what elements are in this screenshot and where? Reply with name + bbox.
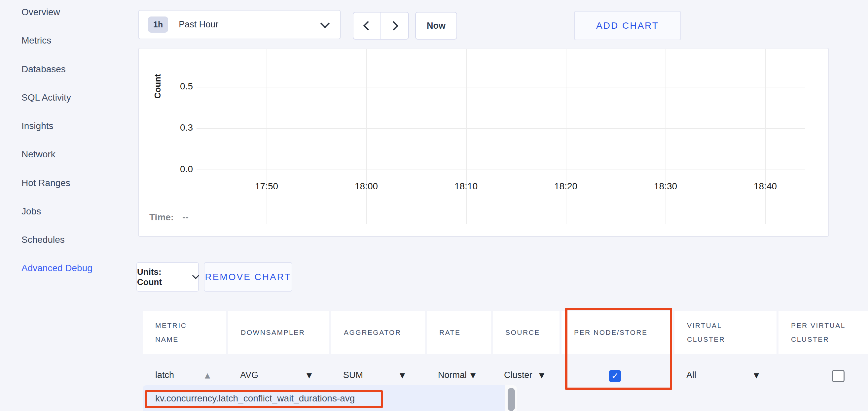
sidebar-item-hot-ranges[interactable]: Hot Ranges — [22, 176, 70, 190]
time-range-selector[interactable]: 1h Past Hour — [138, 10, 341, 39]
sidebar-item-databases[interactable]: Databases — [22, 63, 66, 76]
column-header-virtual-cluster: VIRTUAL CLUSTER — [675, 311, 776, 354]
per-virtual-cluster-checkbox[interactable] — [832, 370, 844, 382]
sidebar-item-advanced-debug[interactable]: Advanced Debug — [22, 262, 92, 275]
per-node-store-checkbox[interactable]: ✓ — [609, 370, 621, 382]
virtual-cluster-select[interactable]: All — [686, 370, 696, 380]
caret-down-icon[interactable]: ▼ — [539, 371, 544, 379]
units-dropdown-label: Units: Count — [137, 267, 188, 287]
sidebar-item-metrics[interactable]: Metrics — [22, 34, 51, 47]
y-tick-label: 0.0 — [165, 164, 193, 174]
caret-up-icon[interactable]: ▲ — [205, 371, 210, 379]
sidebar-item-insights[interactable]: Insights — [22, 119, 54, 133]
x-tick-label: 18:20 — [542, 181, 589, 192]
y-tick-label: 0.5 — [165, 81, 193, 92]
chevron-left-icon — [363, 21, 373, 30]
caret-down-icon[interactable]: ▼ — [307, 371, 312, 379]
step-forward-button[interactable] — [381, 12, 408, 39]
column-header-source: SOURCE — [493, 311, 559, 354]
caret-down-icon[interactable]: ▼ — [400, 371, 405, 379]
chevron-down-icon — [320, 19, 330, 28]
caret-down-icon[interactable]: ▼ — [754, 371, 759, 379]
rate-select[interactable]: Normal — [438, 370, 467, 380]
sidebar-item-overview[interactable]: Overview — [22, 6, 60, 19]
downsampler-select[interactable]: AVG — [240, 370, 258, 380]
x-tick-label: 17:50 — [243, 181, 290, 192]
hover-time-readout: Time:-- — [149, 212, 189, 222]
aggregator-select[interactable]: SUM — [343, 370, 363, 380]
x-tick-label: 18:30 — [643, 181, 689, 192]
time-range-badge: 1h — [148, 16, 168, 33]
column-header-aggregator: AGGREGATOR — [331, 311, 425, 354]
time-range-label: Past Hour — [179, 20, 322, 30]
units-dropdown[interactable]: Units: Count — [136, 262, 199, 292]
custom-chart-page: Overview Metrics Databases SQL Activity … — [0, 0, 868, 411]
caret-down-icon[interactable]: ▼ — [470, 371, 476, 379]
hover-time-value: -- — [182, 212, 189, 222]
column-header-per-node-store: PER NODE/STORE — [561, 311, 673, 354]
y-tick-label: 0.3 — [165, 123, 193, 133]
hover-time-label: Time: — [149, 212, 174, 222]
now-button[interactable]: Now — [415, 12, 457, 40]
chart-card: Count 0.5 0.3 0.0 17:50 18:00 18:10 18:2… — [138, 48, 829, 237]
chart-plot-area[interactable] — [196, 49, 805, 176]
add-chart-button[interactable]: ADD CHART — [574, 11, 681, 40]
remove-chart-button[interactable]: REMOVE CHART — [204, 262, 292, 292]
check-icon: ✓ — [611, 371, 619, 381]
x-tick-label: 18:40 — [742, 181, 788, 192]
x-tick-label: 18:10 — [443, 181, 489, 192]
sidebar-item-schedules[interactable]: Schedules — [22, 233, 65, 246]
metric-name-input[interactable]: latch — [155, 370, 174, 380]
y-axis-label: Count — [153, 72, 163, 101]
column-header-metric-name: METRIC NAME — [143, 311, 226, 354]
dropdown-scrollbar-thumb[interactable] — [508, 388, 515, 411]
metric-suggestion-item[interactable]: kv.concurrency.latch_conflict_wait_durat… — [155, 393, 355, 404]
column-header-downsampler: DOWNSAMPLER — [228, 311, 329, 354]
x-tick-label: 18:00 — [343, 181, 390, 192]
column-header-per-virtual-cluster: PER VIRTUAL CLUSTER — [778, 311, 868, 354]
sidebar-item-network[interactable]: Network — [22, 148, 56, 161]
sidebar-item-sql-activity[interactable]: SQL Activity — [22, 91, 71, 104]
chevron-down-icon — [192, 272, 199, 279]
time-step-buttons — [353, 12, 409, 40]
column-header-rate: RATE — [427, 311, 491, 354]
step-back-button[interactable] — [353, 12, 381, 39]
source-select[interactable]: Cluster — [504, 370, 532, 380]
sidebar-item-jobs[interactable]: Jobs — [22, 205, 41, 218]
chevron-right-icon — [389, 21, 398, 30]
